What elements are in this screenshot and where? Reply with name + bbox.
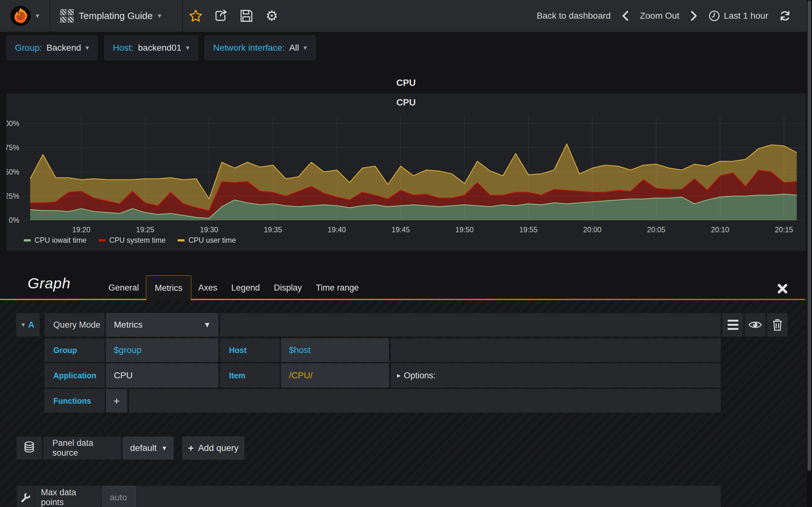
datasource-select[interactable]: default ▾ — [123, 437, 173, 459]
chevron-down-icon: ▾ — [304, 44, 307, 52]
time-shift-back-button[interactable] — [621, 10, 629, 21]
time-range-picker[interactable]: Last 1 hour — [709, 10, 768, 21]
legend-swatch — [99, 239, 106, 241]
chevron-down-icon: ▾ — [86, 44, 89, 52]
host-input[interactable] — [281, 339, 389, 361]
chart-legend: CPU iowait time CPU system time CPU user… — [24, 236, 236, 245]
svg-text:0%: 0% — [9, 216, 19, 224]
gear-button[interactable]: ⚙ — [259, 0, 285, 32]
tab-time-range[interactable]: Time range — [309, 275, 366, 300]
variable-value: backend01 — [138, 43, 182, 53]
legend-label: CPU user time — [189, 236, 236, 245]
query-mode-select[interactable]: Metrics ▼ — [106, 313, 218, 337]
query-menu-button[interactable] — [722, 313, 743, 337]
tab-general[interactable]: General — [101, 275, 146, 300]
panel-header-title: CPU — [0, 78, 812, 88]
group-input[interactable] — [106, 339, 218, 361]
svg-text:19:40: 19:40 — [328, 226, 346, 234]
legend-item-user[interactable]: CPU user time — [177, 236, 236, 245]
eye-icon — [749, 320, 762, 330]
datasource-icon-cell — [16, 437, 42, 459]
svg-text:19:30: 19:30 — [200, 226, 218, 234]
svg-text:50%: 50% — [6, 168, 19, 176]
svg-text:19:55: 19:55 — [519, 226, 538, 234]
dashboard-title: Templating Guide — [79, 10, 153, 21]
variable-network-interface[interactable]: Network interface: All ▾ — [205, 36, 316, 60]
legend-item-iowait[interactable]: CPU iowait time — [24, 236, 87, 245]
options-toggle[interactable]: ▸ Options: — [391, 363, 721, 388]
variable-host[interactable]: Host: backend01 ▾ — [104, 36, 198, 60]
host-label: Host — [220, 338, 280, 362]
query-ref-toggle[interactable]: ▾ A — [16, 313, 40, 337]
item-label: Item — [220, 363, 280, 388]
chevron-down-icon: ▾ — [186, 44, 189, 52]
row-filler — [137, 486, 721, 507]
refresh-button[interactable] — [779, 10, 791, 22]
tab-axes[interactable]: Axes — [191, 275, 224, 300]
trash-icon — [772, 319, 783, 331]
svg-text:75%: 75% — [6, 144, 19, 152]
variable-label: Host: — [113, 43, 134, 53]
chevron-down-icon: ▾ — [36, 12, 39, 20]
query-delete-button[interactable] — [767, 313, 788, 337]
plus-icon: + — [188, 443, 194, 453]
row-filler — [391, 338, 721, 362]
panel-editor-tabs: General Metrics Axes Legend Display Time… — [101, 275, 366, 300]
zoom-out-button[interactable]: Zoom Out — [640, 11, 679, 21]
svg-text:19:50: 19:50 — [455, 226, 474, 234]
back-to-dashboard-link[interactable]: Back to dashboard — [537, 11, 611, 21]
legend-swatch — [177, 239, 185, 241]
datasource-label: Panel data source — [44, 437, 121, 459]
add-query-button[interactable]: + Add query — [183, 437, 244, 459]
add-function-button[interactable]: + — [106, 389, 127, 412]
query-row-filler — [220, 313, 721, 337]
max-data-points-input[interactable] — [102, 486, 136, 507]
legend-swatch — [24, 239, 31, 241]
dashboard-grid-icon — [60, 9, 73, 22]
grafana-menu-button[interactable]: ▾ — [0, 0, 50, 32]
variable-label: Network interface: — [213, 43, 285, 53]
variable-group[interactable]: Group: Backend ▾ — [6, 36, 98, 60]
svg-text:19:35: 19:35 — [264, 226, 282, 234]
svg-text:20:05: 20:05 — [647, 226, 665, 234]
wrench-icon — [20, 493, 31, 503]
dashboard-title-picker[interactable]: Templating Guide ▾ — [50, 0, 183, 32]
scrollbar-thumb[interactable] — [808, 1, 811, 471]
star-button[interactable] — [183, 0, 208, 32]
tab-metrics[interactable]: Metrics — [146, 275, 191, 300]
svg-text:20:10: 20:10 — [711, 226, 729, 234]
time-range-label: Last 1 hour — [724, 11, 768, 21]
host-input-cell — [281, 338, 389, 362]
database-icon — [23, 441, 35, 455]
max-data-points-input-cell — [102, 486, 136, 507]
cpu-graph-panel: CPU 0%25%50%75%100%19:2019:2519:3019:351… — [6, 94, 806, 251]
application-label: Application — [44, 363, 105, 388]
chevron-down-icon: ▾ — [162, 444, 173, 452]
group-label: Group — [44, 338, 105, 362]
metrics-editor: ▾ A Query Mode Metrics ▼ Group Host Appl… — [0, 300, 807, 507]
item-input[interactable] — [281, 364, 389, 387]
tab-legend[interactable]: Legend — [224, 275, 267, 300]
navbar-right: Back to dashboard Zoom Out Last 1 hour — [537, 0, 812, 32]
tab-display[interactable]: Display — [267, 275, 309, 300]
application-input[interactable] — [106, 364, 218, 387]
menu-icon — [728, 320, 739, 330]
variable-value: All — [289, 43, 299, 53]
save-button[interactable] — [234, 0, 259, 32]
svg-text:20:15: 20:15 — [775, 226, 793, 234]
triangle-right-icon: ▸ — [397, 372, 401, 380]
query-mode-label: Query Mode — [44, 313, 105, 337]
clock-icon — [709, 10, 720, 21]
cpu-chart-svg[interactable]: 0%25%50%75%100%19:2019:2519:3019:3519:40… — [6, 94, 806, 251]
panel-title: CPU — [6, 97, 806, 108]
query-mode-value: Metrics — [106, 320, 142, 330]
share-button[interactable] — [208, 0, 234, 32]
close-editor-button[interactable] — [774, 281, 791, 297]
legend-item-system[interactable]: CPU system time — [99, 236, 166, 245]
query-toggle-visibility-button[interactable] — [745, 313, 765, 337]
navbar: ▾ Templating Guide ▾ ⚙ Back to dashboard… — [0, 0, 812, 32]
time-shift-forward-button[interactable] — [690, 10, 698, 21]
panel-options-icon-cell — [17, 486, 34, 507]
application-input-cell — [106, 363, 218, 388]
gear-icon: ⚙ — [265, 9, 278, 23]
